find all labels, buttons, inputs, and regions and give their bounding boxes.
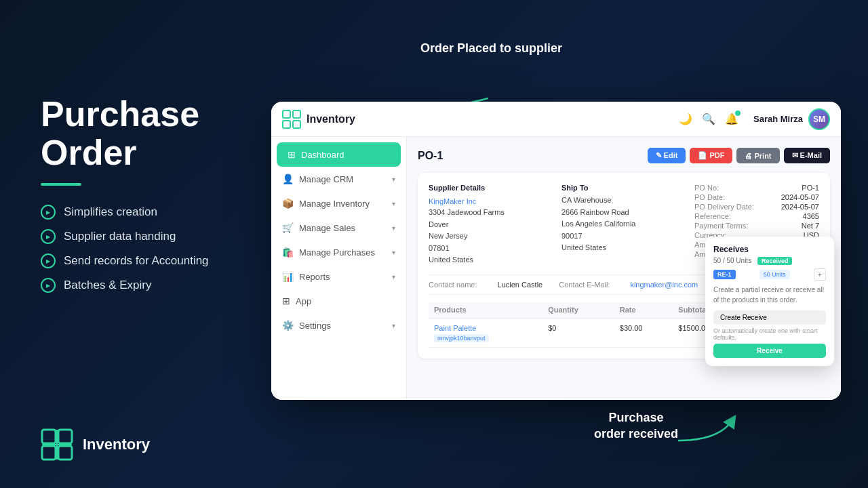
features-list: Simplifies creation Supplier data handin…: [41, 205, 271, 293]
col-rate: Rate: [614, 302, 673, 319]
sidebar-label-app: App: [296, 296, 311, 306]
sidebar-item-crm[interactable]: 👤 Manage CRM ▾: [271, 167, 406, 191]
sidebar-label-inventory: Manage Inventory: [299, 199, 370, 209]
pdf-button[interactable]: 📄 PDF: [690, 148, 732, 163]
sidebar-item-dashboard[interactable]: ⊞ Dashboard: [277, 142, 401, 167]
sidebar: ⊞ Dashboard 👤 Manage CRM ▾ 📦 Manage Inve…: [271, 137, 407, 400]
col-products: Products: [429, 302, 542, 319]
contact-email[interactable]: kingmaker@inc.com: [630, 281, 698, 289]
quantity-cell: $0: [542, 318, 614, 347]
main-title: PurchaseOrder: [41, 95, 271, 172]
sidebar-item-sales[interactable]: 🛒 Manage Sales ▾: [271, 216, 406, 240]
chevron-settings: ▾: [392, 322, 395, 329]
sidebar-label-dashboard: Dashboard: [301, 150, 344, 160]
supplier-address: 3304 Jadewood Farms Dover New Jersey 078…: [429, 207, 553, 266]
units-badge: 50 Units: [760, 270, 790, 279]
supplier-section: Supplier Details KingMaker Inc 3304 Jade…: [429, 184, 553, 266]
user-avatar: SM: [808, 108, 830, 130]
check-icon-2: [41, 229, 56, 244]
receives-count: 50 / 50 Units Received: [713, 257, 826, 264]
product-name[interactable]: Paint Palette: [434, 324, 537, 332]
settings-icon: ⚙️: [282, 320, 294, 331]
notification-icon[interactable]: 🔔: [725, 113, 738, 126]
chevron-reports: ▾: [392, 273, 395, 281]
re-row: RE-1 50 Units +: [713, 268, 826, 281]
svg-rect-0: [42, 430, 56, 443]
svg-rect-8: [283, 121, 290, 128]
svg-rect-3: [58, 446, 72, 460]
sidebar-item-reports[interactable]: 📊 Reports ▾: [271, 264, 406, 289]
sidebar-item-purchases[interactable]: 🛍️ Manage Purchases ▾: [271, 240, 406, 264]
sidebar-label-purchases: Manage Purchases: [299, 247, 375, 258]
notification-badge: [735, 110, 741, 116]
sidebar-item-inventory[interactable]: 📦 Manage Inventory ▾: [271, 191, 406, 216]
expand-button[interactable]: +: [814, 268, 826, 281]
rate-cell: $30.00: [614, 318, 673, 347]
chevron-sales: ▾: [392, 224, 395, 232]
re-label: RE-1: [713, 270, 736, 279]
receives-title: Receives: [713, 245, 826, 254]
receives-description: Create a partial receive or receive all …: [713, 285, 826, 305]
svg-rect-6: [283, 110, 290, 118]
inventory-icon: 📦: [282, 198, 294, 209]
svg-rect-1: [58, 430, 72, 443]
user-area: Sarah Mirza SM: [753, 108, 830, 130]
app-logo-text: Inventory: [307, 113, 355, 125]
received-badge: Received: [757, 257, 793, 265]
check-icon-1: [41, 205, 56, 220]
sidebar-label-settings: Settings: [299, 321, 331, 331]
app-logo-icon: [282, 110, 301, 129]
chevron-inventory: ▾: [392, 200, 395, 207]
user-name: Sarah Mirza: [753, 114, 803, 124]
check-icon-3: [41, 253, 56, 268]
feature-3: Send records for Accounting: [41, 253, 271, 268]
po-number: PO-1: [418, 150, 443, 162]
edit-button[interactable]: ✎ Edit: [648, 148, 686, 163]
sidebar-label-crm: Manage CRM: [299, 174, 353, 184]
purchases-icon: 🛍️: [282, 247, 294, 258]
feature-2: Supplier data handing: [41, 229, 271, 244]
svg-rect-9: [293, 121, 300, 128]
logo-icon: [41, 428, 73, 461]
sidebar-item-app[interactable]: ⊞ App: [271, 289, 406, 313]
sidebar-item-settings[interactable]: ⚙️ Settings ▾: [271, 313, 406, 338]
product-cell: Paint Palette mnvjpk10banvput: [429, 318, 542, 347]
po-header: PO-1 ✎ Edit 📄 PDF 🖨 Print ✉ E-Mail: [418, 148, 830, 163]
ship-to-address: CA Warehouse 2666 Rainbow Road Los Angel…: [561, 195, 686, 254]
chevron-purchases: ▾: [392, 249, 395, 256]
dashboard-icon: ⊞: [288, 149, 296, 160]
bottom-logo: Inventory: [41, 428, 150, 461]
feature-4: Batches & Expiry: [41, 278, 271, 293]
reports-icon: 📊: [282, 271, 294, 282]
app-window: Inventory 🌙 🔍 🔔 Sarah Mirza SM ⊞ Dashboa…: [271, 102, 841, 400]
left-panel: PurchaseOrder Simplifies creation Suppli…: [41, 95, 271, 302]
search-icon[interactable]: 🔍: [702, 113, 715, 126]
supplier-name[interactable]: KingMaker Inc: [429, 197, 476, 205]
annotation-top: Order Placed to supplier: [420, 41, 562, 56]
email-button[interactable]: ✉ E-Mail: [784, 148, 830, 163]
title-underline: [41, 183, 81, 186]
create-receive-button[interactable]: Create Receive: [713, 310, 826, 325]
ship-to-section: Ship To CA Warehouse 2666 Rainbow Road L…: [561, 184, 686, 266]
svg-rect-7: [293, 110, 300, 118]
app-icon: ⊞: [282, 296, 290, 306]
annotation-bottom: Purchaseorder received: [594, 410, 678, 442]
ship-to-title: Ship To: [561, 184, 686, 192]
sidebar-label-sales: Manage Sales: [299, 223, 355, 233]
feature-1: Simplifies creation: [41, 205, 271, 220]
svg-rect-2: [42, 446, 56, 460]
receives-popup: Receives 50 / 50 Units Received RE-1 50 …: [705, 237, 834, 366]
col-quantity: Quantity: [542, 302, 614, 319]
sidebar-label-reports: Reports: [299, 272, 330, 282]
chevron-crm: ▾: [392, 176, 395, 183]
smart-receive-button[interactable]: Receive: [713, 344, 826, 358]
btn-group: ✎ Edit 📄 PDF 🖨 Print ✉ E-Mail: [648, 148, 830, 163]
sales-icon: 🛒: [282, 222, 294, 233]
header-icons: 🌙 🔍 🔔 Sarah Mirza SM: [679, 108, 830, 130]
app-logo-area: Inventory: [282, 110, 418, 129]
print-button[interactable]: 🖨 Print: [736, 148, 779, 163]
product-sku: mnvjpk10banvput: [434, 334, 489, 342]
moon-icon[interactable]: 🌙: [679, 113, 692, 126]
supplier-title: Supplier Details: [429, 184, 553, 192]
crm-icon: 👤: [282, 174, 294, 184]
